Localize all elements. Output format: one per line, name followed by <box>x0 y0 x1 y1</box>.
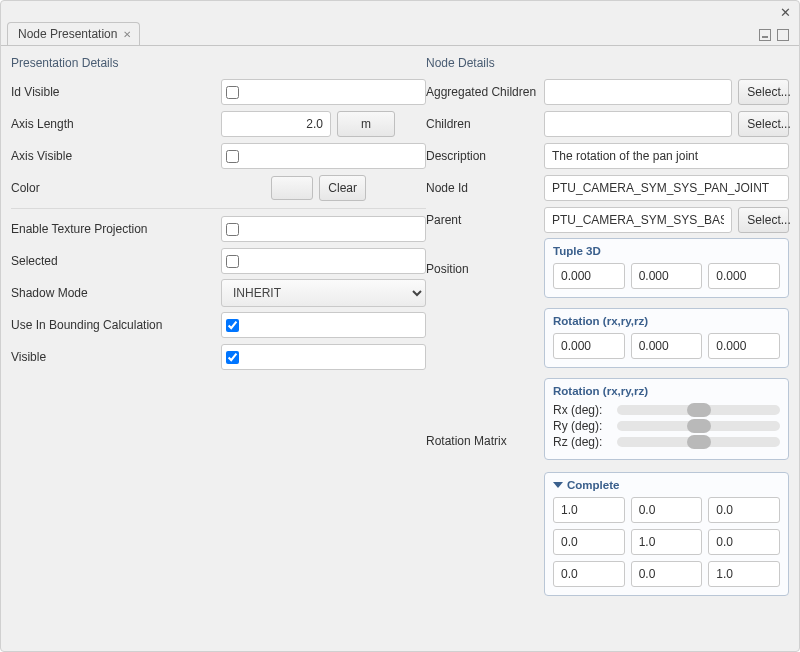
content-area: Presentation Details Id Visible Axis Len… <box>1 45 799 651</box>
tuple3d-x-input[interactable] <box>553 263 625 289</box>
rotation-group: Rotation (rx,ry,rz) <box>544 308 789 368</box>
tuple3d-z-input[interactable] <box>708 263 780 289</box>
maximize-view-icon[interactable] <box>777 29 789 41</box>
rotation-title: Rotation (rx,ry,rz) <box>553 315 780 327</box>
id-visible-checkbox[interactable] <box>226 86 239 99</box>
rotation-rx-input[interactable] <box>553 333 625 359</box>
matrix-1-1-input[interactable] <box>631 529 703 555</box>
visible-label: Visible <box>11 350 221 364</box>
matrix-1-0-input[interactable] <box>553 529 625 555</box>
matrix-2-2-input[interactable] <box>708 561 780 587</box>
rz-deg-label: Rz (deg): <box>553 435 609 449</box>
shadow-mode-select[interactable]: INHERIT <box>221 279 426 307</box>
complete-title: Complete <box>553 479 780 491</box>
matrix-0-0-input[interactable] <box>553 497 625 523</box>
enable-texture-projection-label: Enable Texture Projection <box>11 222 221 236</box>
rz-deg-slider[interactable] <box>617 437 780 447</box>
axis-length-unit-button[interactable]: m <box>337 111 395 137</box>
children-label: Children <box>426 117 544 131</box>
aggregated-children-label: Aggregated Children <box>426 85 544 99</box>
children-select-button[interactable]: Select... <box>738 111 789 137</box>
matrix-2-1-input[interactable] <box>631 561 703 587</box>
description-input[interactable] <box>544 143 789 169</box>
rotation-rz-input[interactable] <box>708 333 780 359</box>
enable-texture-projection-checkbox[interactable] <box>226 223 239 236</box>
color-label: Color <box>11 181 221 195</box>
parent-label: Parent <box>426 213 544 227</box>
axis-visible-checkbox[interactable] <box>226 150 239 163</box>
aggregated-children-select-button[interactable]: Select... <box>738 79 789 105</box>
tab-close-icon[interactable]: ✕ <box>123 29 131 40</box>
tuple3d-title: Tuple 3D <box>553 245 780 257</box>
ry-deg-slider[interactable] <box>617 421 780 431</box>
minimize-view-icon[interactable] <box>759 29 771 41</box>
rotation-deg-group: Rotation (rx,ry,rz) Rx (deg): Ry (deg): … <box>544 378 789 460</box>
rotation-ry-input[interactable] <box>631 333 703 359</box>
parent-select-button[interactable]: Select... <box>738 207 789 233</box>
node-id-input[interactable] <box>544 175 789 201</box>
presentation-details-title: Presentation Details <box>11 56 426 70</box>
aggregated-children-input[interactable] <box>544 79 732 105</box>
node-details-panel: Node Details Aggregated Children Select.… <box>426 54 789 641</box>
matrix-1-2-input[interactable] <box>708 529 780 555</box>
color-swatch-button[interactable] <box>271 176 313 200</box>
node-presentation-window: ✕ Node Presentation ✕ Presentation Detai… <box>0 0 800 652</box>
rotation-deg-title: Rotation (rx,ry,rz) <box>553 385 780 397</box>
axis-visible-label: Axis Visible <box>11 149 221 163</box>
node-id-label: Node Id <box>426 181 544 195</box>
selected-checkbox[interactable] <box>226 255 239 268</box>
position-label: Position <box>426 238 544 276</box>
tuple3d-group: Tuple 3D <box>544 238 789 298</box>
rx-deg-label: Rx (deg): <box>553 403 609 417</box>
use-bounding-checkbox[interactable] <box>226 319 239 332</box>
matrix-0-1-input[interactable] <box>631 497 703 523</box>
tab-node-presentation[interactable]: Node Presentation ✕ <box>7 22 140 45</box>
rx-deg-slider[interactable] <box>617 405 780 415</box>
window-close-icon[interactable]: ✕ <box>780 5 791 20</box>
presentation-details-panel: Presentation Details Id Visible Axis Len… <box>11 54 426 641</box>
matrix-0-2-input[interactable] <box>708 497 780 523</box>
complete-matrix-group: Complete <box>544 472 789 596</box>
parent-input[interactable] <box>544 207 732 233</box>
rotation-matrix-label: Rotation Matrix <box>426 378 544 448</box>
id-visible-label: Id Visible <box>11 85 221 99</box>
children-input[interactable] <box>544 111 732 137</box>
description-label: Description <box>426 149 544 163</box>
use-bounding-label: Use In Bounding Calculation <box>11 318 221 332</box>
tab-label: Node Presentation <box>18 27 117 41</box>
chevron-down-icon[interactable] <box>553 482 563 488</box>
shadow-mode-label: Shadow Mode <box>11 286 221 300</box>
tuple3d-y-input[interactable] <box>631 263 703 289</box>
tab-strip: Node Presentation ✕ <box>1 1 799 45</box>
color-clear-button[interactable]: Clear <box>319 175 366 201</box>
selected-label: Selected <box>11 254 221 268</box>
axis-length-input[interactable] <box>221 111 331 137</box>
matrix-2-0-input[interactable] <box>553 561 625 587</box>
visible-checkbox[interactable] <box>226 351 239 364</box>
axis-length-label: Axis Length <box>11 117 221 131</box>
ry-deg-label: Ry (deg): <box>553 419 609 433</box>
node-details-title: Node Details <box>426 56 789 70</box>
